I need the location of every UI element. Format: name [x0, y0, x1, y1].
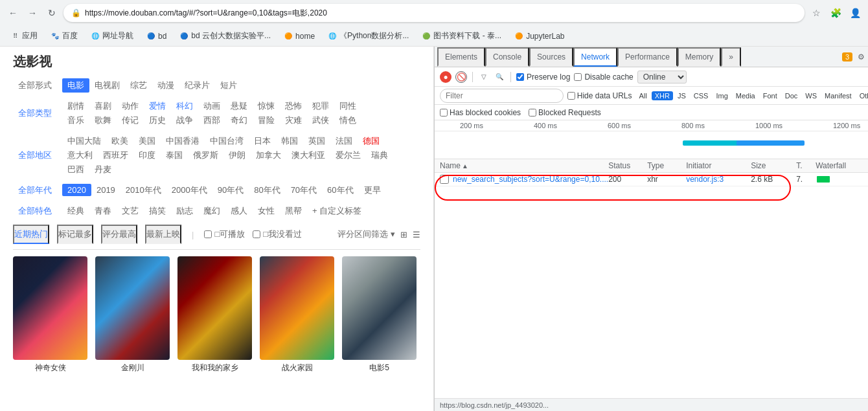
- address-bar[interactable]: 🔒 https://movie.douban.com/tag/#/?sort=U…: [63, 4, 805, 22]
- region-btn-0[interactable]: 中国大陆: [62, 134, 106, 148]
- tab-sources[interactable]: Sources: [529, 47, 573, 67]
- feature-btn-+ 自定义标签[interactable]: + 自定义标签: [307, 204, 367, 218]
- region-btn-8[interactable]: 法国: [330, 134, 358, 148]
- type-btn-20[interactable]: 武侠: [307, 113, 334, 128]
- type-btn-14[interactable]: 历史: [144, 113, 171, 128]
- feature-btn-青春[interactable]: 青春: [89, 204, 117, 218]
- type-btn-5[interactable]: 动画: [198, 99, 225, 113]
- sort-btn-mark[interactable]: 标记最多: [57, 225, 93, 244]
- feature-btn-女性[interactable]: 女性: [253, 204, 280, 218]
- filter-toggle-button[interactable]: ▽: [478, 71, 490, 83]
- forward-button[interactable]: →: [25, 5, 40, 21]
- type-btn-xhr[interactable]: XHR: [652, 91, 673, 100]
- sort-btn-new[interactable]: 最新上映: [145, 225, 181, 244]
- unseen-check[interactable]: □我没看过: [253, 228, 302, 240]
- type-btn-16[interactable]: 西部: [198, 113, 225, 128]
- bookmark-item-bd1[interactable]: 🔵bd: [141, 30, 172, 43]
- type-btn-15[interactable]: 战争: [171, 113, 198, 128]
- preserve-log-check[interactable]: Preserve log: [516, 72, 570, 82]
- region-btn-3[interactable]: 中国香港: [161, 134, 205, 148]
- type-btn-doc[interactable]: Doc: [782, 91, 801, 100]
- movie-card-1[interactable]: 神奇女侠: [13, 256, 87, 373]
- type-btn-13[interactable]: 传记: [117, 113, 144, 128]
- reload-button[interactable]: ↻: [44, 5, 60, 21]
- region-btn-14[interactable]: 俄罗斯: [188, 148, 223, 162]
- type-btn-js[interactable]: JS: [674, 91, 689, 100]
- bookmark-item-python[interactable]: 🌐《Python数据分析...: [323, 28, 414, 43]
- feature-btn-感人[interactable]: 感人: [225, 204, 253, 218]
- blocked-requests-check[interactable]: Blocked Requests: [529, 108, 601, 117]
- type-btn-11[interactable]: 音乐: [62, 113, 89, 128]
- type-btn-all[interactable]: All: [636, 91, 650, 100]
- bookmark-item-books[interactable]: 🟢图书资料下载 - 泰...: [417, 28, 507, 43]
- record-button[interactable]: ●: [440, 71, 451, 83]
- type-btn-3[interactable]: 爱情: [144, 99, 171, 113]
- region-btn-17[interactable]: 澳大利亚: [286, 148, 330, 162]
- throttle-select[interactable]: Online Fast 3G Slow 3G Offline: [637, 71, 687, 83]
- year-btn-90年代[interactable]: 90年代: [212, 183, 249, 197]
- region-btn-19[interactable]: 瑞典: [366, 148, 393, 162]
- region-btn-18[interactable]: 爱尔兰: [330, 148, 366, 162]
- region-btn-16[interactable]: 加拿大: [251, 148, 286, 162]
- type-btn-img[interactable]: Img: [713, 91, 731, 100]
- grid-view-icon[interactable]: ⊞: [400, 230, 407, 239]
- type-btn-ws[interactable]: WS: [802, 91, 820, 100]
- sort-btn-recent[interactable]: 近期热门: [13, 225, 49, 244]
- year-btn-70年代[interactable]: 70年代: [286, 183, 322, 197]
- table-row[interactable]: new_search_subjects?sort=U&range=0,10...…: [435, 173, 868, 186]
- type-btn-17[interactable]: 奇幻: [225, 113, 253, 128]
- type-btn-7[interactable]: 惊悚: [253, 99, 280, 113]
- type-btn-8[interactable]: 恐怖: [280, 99, 307, 113]
- movie-card-4[interactable]: 战火家园: [260, 256, 334, 373]
- type-btn-12[interactable]: 歌舞: [89, 113, 117, 128]
- settings-icon[interactable]: ⚙: [855, 51, 867, 63]
- feature-btn-搞笑[interactable]: 搞笑: [144, 204, 171, 218]
- type-btn-font[interactable]: Font: [760, 91, 781, 100]
- blocked-cookies-check[interactable]: Has blocked cookies: [440, 108, 521, 117]
- bookmark-item-jupyter[interactable]: 🟠JupyterLab: [509, 30, 569, 43]
- extension-button[interactable]: 🧩: [828, 5, 843, 21]
- region-btn-4[interactable]: 中国台湾: [205, 134, 249, 148]
- rating-filter[interactable]: 评分区间筛选 ▾: [337, 228, 395, 240]
- movie-card-3[interactable]: 我和我的家乡: [177, 256, 252, 373]
- region-btn-10[interactable]: 意大利: [62, 148, 98, 162]
- year-btn-2019[interactable]: 2019: [91, 184, 120, 196]
- row-initiator[interactable]: vendor.js:3: [686, 175, 751, 184]
- format-btn-纪录片[interactable]: 纪录片: [179, 78, 215, 93]
- tab-network[interactable]: Network: [573, 47, 617, 67]
- search-button[interactable]: 🔍: [494, 71, 505, 83]
- region-btn-11[interactable]: 西班牙: [98, 148, 133, 162]
- format-btn-电视剧[interactable]: 电视剧: [89, 78, 125, 93]
- clear-button[interactable]: 🚫: [455, 71, 467, 83]
- region-btn-15[interactable]: 伊朗: [223, 148, 251, 162]
- region-btn-7[interactable]: 英国: [303, 134, 330, 148]
- movie-card-2[interactable]: 金刚川: [95, 256, 170, 373]
- type-btn-manifest[interactable]: Manifest: [821, 91, 855, 100]
- year-btn-80年代[interactable]: 80年代: [249, 183, 285, 197]
- type-btn-21[interactable]: 情色: [334, 113, 361, 128]
- type-btn-other[interactable]: Other: [856, 91, 868, 100]
- region-btn-13[interactable]: 泰国: [161, 148, 188, 162]
- year-btn-2010年代[interactable]: 2010年代: [120, 183, 166, 197]
- sort-btn-rating[interactable]: 评分最高: [101, 225, 137, 244]
- format-btn-电影[interactable]: 电影: [62, 78, 89, 93]
- type-btn-0[interactable]: 剧情: [62, 99, 89, 113]
- bookmark-item-wangzhi[interactable]: 🌐网址导航: [86, 28, 139, 43]
- format-btn-短片[interactable]: 短片: [215, 78, 242, 93]
- bookmark-item-baidu[interactable]: 🐾百度: [45, 28, 83, 43]
- playable-check[interactable]: □可播放: [204, 228, 245, 240]
- type-btn-18[interactable]: 冒险: [253, 113, 280, 128]
- region-btn-1[interactable]: 欧美: [106, 134, 133, 148]
- movie-card-5[interactable]: 电影5: [342, 256, 417, 373]
- disable-cache-check[interactable]: Disable cache: [574, 72, 633, 82]
- year-btn-更早[interactable]: 更早: [359, 183, 386, 197]
- region-btn-5[interactable]: 日本: [249, 134, 276, 148]
- filter-input[interactable]: [440, 89, 564, 103]
- type-btn-media[interactable]: Media: [733, 91, 759, 100]
- region-btn-12[interactable]: 印度: [133, 148, 161, 162]
- type-btn-10[interactable]: 同性: [334, 99, 361, 113]
- bookmark-item-home[interactable]: 🟠home: [279, 30, 320, 43]
- type-btn-4[interactable]: 科幻: [171, 99, 198, 113]
- format-btn-综艺[interactable]: 综艺: [125, 78, 152, 93]
- tab-memory[interactable]: Memory: [678, 47, 721, 67]
